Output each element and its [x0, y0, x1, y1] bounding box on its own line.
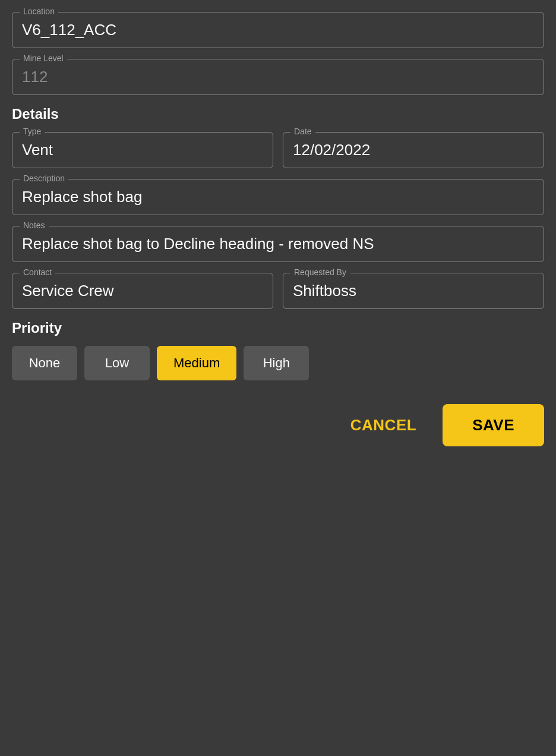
priority-section-title: Priority — [12, 320, 544, 336]
details-section-title: Details — [12, 106, 544, 122]
description-value: Replace shot bag — [22, 185, 534, 206]
location-value: V6_112_ACC — [22, 18, 534, 39]
action-row: CANCEL SAVE — [12, 404, 544, 446]
notes-label: Notes — [20, 220, 49, 230]
save-button[interactable]: SAVE — [443, 404, 544, 446]
location-field[interactable]: Location V6_112_ACC — [12, 12, 544, 48]
mine-level-value: 112 — [22, 65, 534, 86]
cancel-button[interactable]: CANCEL — [336, 407, 431, 444]
requested-by-field[interactable]: Requested By Shiftboss — [283, 273, 544, 309]
priority-low-button[interactable]: Low — [84, 346, 150, 380]
mine-level-field[interactable]: Mine Level 112 — [12, 59, 544, 95]
priority-medium-button[interactable]: Medium — [157, 346, 236, 380]
type-label: Type — [20, 127, 45, 136]
type-date-row: Type Vent Date 12/02/2022 — [12, 132, 544, 168]
contact-value: Service Crew — [22, 279, 263, 300]
contact-label: Contact — [20, 267, 55, 277]
priority-buttons-group: None Low Medium High — [12, 346, 544, 380]
mine-level-label: Mine Level — [20, 53, 67, 63]
priority-high-button[interactable]: High — [244, 346, 309, 380]
location-label: Location — [20, 7, 58, 16]
description-label: Description — [20, 174, 68, 183]
type-field[interactable]: Type Vent — [12, 132, 273, 168]
priority-section: Priority None Low Medium High — [12, 320, 544, 380]
date-field[interactable]: Date 12/02/2022 — [283, 132, 544, 168]
description-field[interactable]: Description Replace shot bag — [12, 179, 544, 215]
type-value: Vent — [22, 138, 263, 159]
contact-field[interactable]: Contact Service Crew — [12, 273, 273, 309]
requested-by-value: Shiftboss — [293, 279, 534, 300]
notes-value: Replace shot bag to Decline heading - re… — [22, 232, 534, 253]
priority-none-button[interactable]: None — [12, 346, 77, 380]
date-label: Date — [290, 127, 315, 136]
contact-requested-row: Contact Service Crew Requested By Shiftb… — [12, 273, 544, 309]
requested-by-label: Requested By — [290, 267, 350, 277]
date-value: 12/02/2022 — [293, 138, 534, 159]
notes-field[interactable]: Notes Replace shot bag to Decline headin… — [12, 226, 544, 262]
